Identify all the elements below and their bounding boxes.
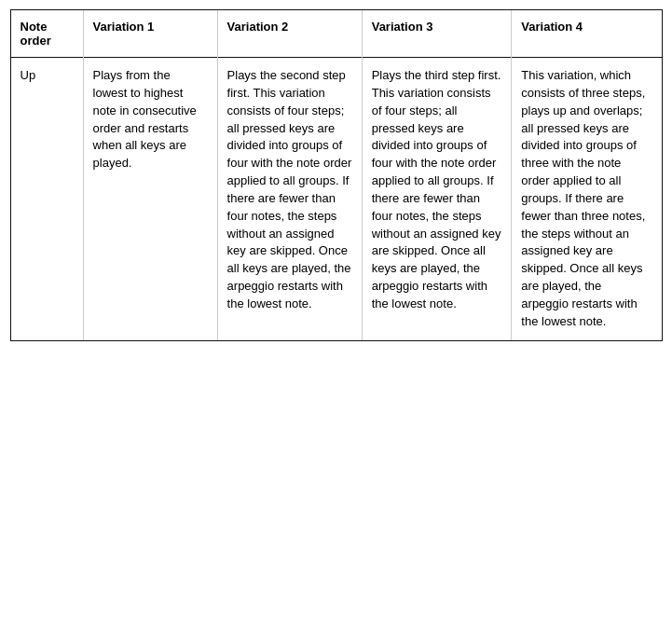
header-variation1: Variation 1 [83,10,217,58]
cell-variation2: Plays the second step first. This variat… [217,58,362,340]
cell-variation3: Plays the third step first. This variati… [362,58,512,340]
table-row: Up Plays from the lowest to highest note… [11,58,662,340]
header-note-order: Note order [11,10,84,58]
arpeggio-table: Note order Variation 1 Variation 2 Varia… [10,9,663,341]
header-variation2: Variation 2 [217,10,362,58]
cell-variation4: This variation, which consists of three … [512,58,662,340]
cell-variation1: Plays from the lowest to highest note in… [83,58,217,340]
header-variation4: Variation 4 [512,10,662,58]
cell-note-order: Up [11,58,84,340]
header-variation3: Variation 3 [362,10,512,58]
